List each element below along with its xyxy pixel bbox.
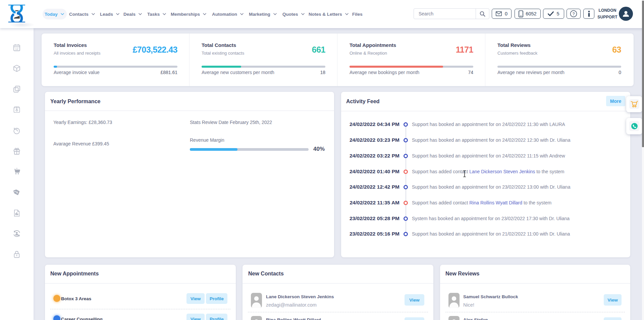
svg-text:?: ? xyxy=(573,12,575,16)
svg-text:12: 12 xyxy=(15,47,18,51)
